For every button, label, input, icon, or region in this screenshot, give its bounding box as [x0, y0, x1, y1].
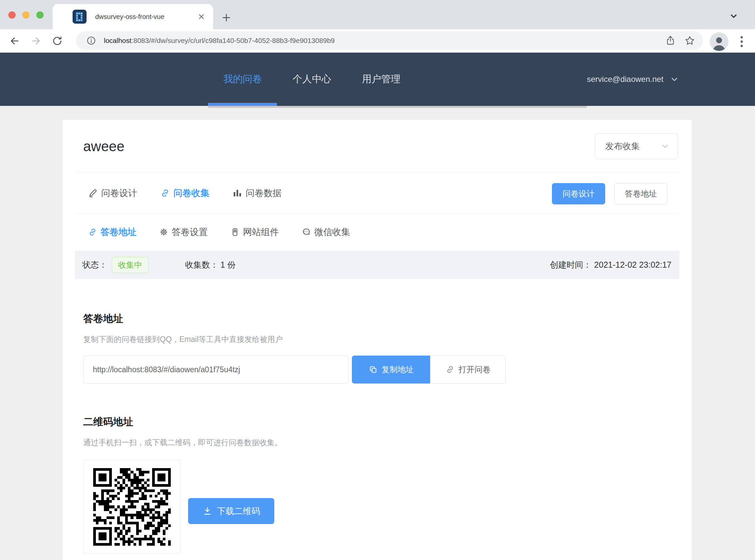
tab-survey-collect[interactable]: 问卷收集: [160, 187, 209, 199]
answer-url-description: 复制下面的问卷链接到QQ，Email等工具中直接发给被用户: [83, 334, 283, 345]
download-qr-label: 下载二维码: [217, 505, 260, 517]
nav-item-personal-center[interactable]: 个人中心: [277, 53, 347, 106]
status-label: 状态：: [82, 259, 107, 271]
subtab-label: 网站组件: [243, 226, 279, 238]
survey-design-button[interactable]: 问卷设计: [552, 183, 605, 204]
publish-status-select[interactable]: 发布收集: [595, 133, 678, 159]
chat-bubble-icon: [302, 227, 311, 237]
share-icon[interactable]: [663, 33, 678, 48]
submenu-strip: [208, 106, 587, 108]
answer-url-button[interactable]: 答卷地址: [614, 183, 668, 204]
tab-list-chevron-icon[interactable]: [728, 10, 740, 22]
nav-active-underline: [208, 103, 277, 106]
url-host: localhost: [104, 37, 131, 44]
back-button[interactable]: [7, 34, 22, 48]
collect-subtabs: 答卷地址 答卷设置 网站组件: [88, 214, 350, 251]
collect-count-label: 收集数：: [185, 259, 218, 271]
nav-item-my-surveys[interactable]: 我的问卷: [208, 53, 277, 106]
status-badge: 收集中: [112, 257, 148, 273]
qrcode-heading: 二维码地址: [83, 415, 133, 429]
subtab-label: 答卷地址: [101, 226, 137, 238]
qrcode-description: 通过手机扫一扫，或下载二维码，即可进行问卷数据收集。: [83, 438, 282, 448]
tab-label: 问卷数据: [246, 187, 282, 199]
link-icon: [160, 188, 170, 198]
nav-item-user-management[interactable]: 用户管理: [347, 53, 416, 106]
open-survey-label: 打开问卷: [459, 364, 491, 375]
tab-survey-data[interactable]: 问卷数据: [232, 187, 282, 199]
forward-button[interactable]: [28, 34, 43, 48]
url-bar[interactable]: localhost:8083/#/dw/survey/c/url/c98fa14…: [76, 31, 703, 50]
screen: dwsurvey-oss-front-vue: [0, 0, 755, 560]
created-time-label: 创建时间：: [550, 259, 592, 271]
chevron-down-icon: [670, 74, 679, 84]
window-minimize-button[interactable]: [22, 11, 29, 19]
subtab-label: 微信收集: [314, 226, 350, 238]
survey-tabs: 问卷设计 问卷收集 问卷数据: [88, 173, 282, 213]
download-qr-button[interactable]: 下载二维码: [188, 498, 274, 524]
link-icon: [88, 227, 97, 237]
bar-chart-icon: [232, 188, 242, 198]
survey-card: aweee 发布收集 问卷设计: [63, 120, 692, 560]
tab-label: 问卷收集: [174, 187, 209, 199]
widget-tag-icon: [230, 227, 240, 237]
browser-tab[interactable]: dwsurvey-oss-front-vue: [53, 4, 213, 29]
answer-url-input[interactable]: [83, 356, 349, 383]
collect-count-value: 1 份: [220, 259, 236, 271]
window-zoom-button[interactable]: [36, 11, 44, 19]
tab-close-icon[interactable]: [196, 11, 207, 22]
account-email: service@diaowen.net: [587, 75, 664, 84]
copy-url-label: 复制地址: [382, 364, 414, 375]
survey-title: aweee: [83, 139, 124, 155]
favicon-icon: [73, 9, 86, 24]
main-nav: 我的问卷 个人中心 用户管理: [208, 53, 416, 106]
subtab-answer-settings[interactable]: 答卷设置: [159, 226, 208, 238]
tab-survey-design[interactable]: 问卷设计: [88, 187, 137, 199]
gear-icon: [159, 227, 168, 237]
subtab-answer-url[interactable]: 答卷地址: [88, 226, 137, 238]
site-info-icon[interactable]: [84, 33, 99, 48]
created-time-value: 2021-12-02 23:02:17: [594, 260, 671, 270]
copy-url-button[interactable]: 复制地址: [352, 356, 430, 383]
link-icon: [445, 365, 455, 374]
edit-pencil-icon: [88, 188, 98, 198]
browser-tabstrip: dwsurvey-oss-front-vue: [0, 0, 755, 29]
qr-code-card: [83, 460, 181, 554]
subtab-wechat-collect[interactable]: 微信收集: [302, 226, 350, 238]
chevron-down-icon: [660, 141, 670, 151]
subtab-site-widget[interactable]: 网站组件: [230, 226, 279, 238]
url-path: :8083/#/dw/survey/c/url/c98fa140-50b7-40…: [131, 37, 335, 44]
browser-menu-icon[interactable]: [734, 33, 749, 50]
bookmark-star-icon[interactable]: [682, 33, 697, 48]
survey-actions: 问卷设计 答卷地址: [552, 183, 668, 204]
tab-title: dwsurvey-oss-front-vue: [95, 13, 196, 21]
app-header: DIAOWEN 调问 OSS 我的问卷 个人中心 用户管理 service@di…: [0, 53, 755, 106]
new-tab-button[interactable]: [220, 11, 233, 24]
publish-select-value: 发布收集: [605, 140, 660, 152]
account-menu[interactable]: service@diaowen.net: [587, 53, 679, 106]
tab-label: 问卷设计: [101, 187, 137, 199]
copy-icon: [368, 365, 378, 374]
window-close-button[interactable]: [8, 11, 16, 19]
url-text: localhost:8083/#/dw/survey/c/url/c98fa14…: [104, 37, 663, 45]
download-icon: [202, 506, 212, 516]
status-bar: 状态： 收集中 收集数： 1 份 创建时间： 2021-12-02 23:02:…: [75, 251, 679, 279]
browser-toolbar: localhost:8083/#/dw/survey/c/url/c98fa14…: [0, 29, 755, 53]
answer-url-heading: 答卷地址: [83, 312, 123, 326]
open-survey-button[interactable]: 打开问卷: [430, 356, 506, 383]
subtab-label: 答卷设置: [172, 226, 208, 238]
answer-url-row: 复制地址 打开问卷: [83, 356, 506, 383]
qr-code-image: [93, 468, 171, 546]
browser-profile-avatar[interactable]: [710, 32, 728, 51]
reload-button[interactable]: [50, 34, 65, 48]
